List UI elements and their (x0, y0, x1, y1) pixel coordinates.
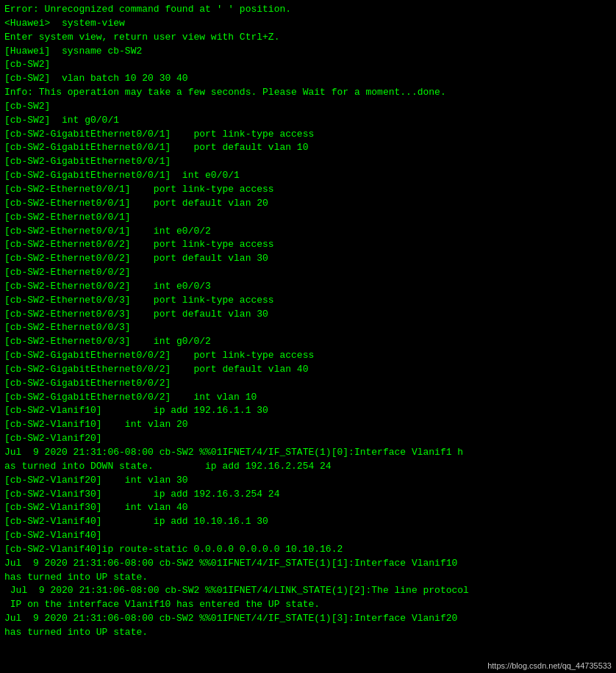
terminal-line: Jul 9 2020 21:31:06-08:00 cb-SW2 %%01IFN… (4, 584, 612, 598)
terminal-line: Enter system view, return user view with… (4, 31, 612, 45)
terminal-line: [cb-SW2] int g0/0/1 (4, 114, 612, 128)
terminal-line: [cb-SW2-GigabitEthernet0/0/2] int vlan 1… (4, 391, 612, 405)
terminal-line: has turned into UP state. (4, 626, 612, 640)
watermark: https://blog.csdn.net/qq_44735533 (487, 661, 612, 670)
terminal-line: [cb-SW2-Vlanif20] (4, 432, 612, 446)
terminal-line: [cb-SW2-Ethernet0/0/1] int e0/0/2 (4, 225, 612, 239)
terminal-line: [cb-SW2-Ethernet0/0/2] port default vlan… (4, 252, 612, 266)
terminal-line: [cb-SW2-Ethernet0/0/2] (4, 266, 612, 280)
terminal-line: [cb-SW2-GigabitEthernet0/0/1] port defau… (4, 141, 612, 155)
terminal-line: [cb-SW2-Vlanif20] int vlan 30 (4, 474, 612, 488)
terminal-line: [cb-SW2-Ethernet0/0/3] (4, 321, 612, 335)
terminal-line: [cb-SW2-Ethernet0/0/1] port link-type ac… (4, 183, 612, 197)
terminal-line: [cb-SW2] vlan batch 10 20 30 40 (4, 72, 612, 86)
terminal-line: [cb-SW2-Ethernet0/0/3] port link-type ac… (4, 294, 612, 308)
terminal-line: [Huawei] sysname cb-SW2 (4, 45, 612, 59)
terminal-line: [cb-SW2-Vlanif40] (4, 529, 612, 543)
terminal-line: [cb-SW2-GigabitEthernet0/0/1] port link-… (4, 128, 612, 142)
terminal-line: Info: This operation may take a few seco… (4, 86, 612, 100)
terminal-line: [cb-SW2] (4, 100, 612, 114)
terminal-line: Jul 9 2020 21:31:06-08:00 cb-SW2 %%01IFN… (4, 446, 612, 460)
terminal-line: [cb-SW2-GigabitEthernet0/0/2] port link-… (4, 349, 612, 363)
terminal-window[interactable]: Error: Unrecognized command found at ' '… (0, 0, 616, 673)
terminal-line: [cb-SW2-Vlanif40] ip add 10.10.16.1 30 (4, 515, 612, 529)
terminal-line: [cb-SW2] (4, 58, 612, 72)
terminal-line: [cb-SW2-Ethernet0/0/1] port default vlan… (4, 197, 612, 211)
terminal-line: [cb-SW2-Vlanif30] ip add 192.16.3.254 24 (4, 488, 612, 502)
terminal-line: [cb-SW2-Ethernet0/0/2] int e0/0/3 (4, 280, 612, 294)
terminal-line: [cb-SW2-Ethernet0/0/3] int g0/0/2 (4, 335, 612, 349)
terminal-line: Error: Unrecognized command found at ' '… (4, 3, 612, 17)
terminal-line: [cb-SW2-Vlanif10] int vlan 20 (4, 418, 612, 432)
terminal-line: [cb-SW2-Vlanif40]ip route-static 0.0.0.0… (4, 543, 612, 557)
terminal-line: IP on the interface Vlanif10 has entered… (4, 598, 612, 612)
terminal-line: <Huawei> system-view (4, 17, 612, 31)
terminal-line: [cb-SW2-Ethernet0/0/3] port default vlan… (4, 308, 612, 322)
terminal-line: has turned into UP state. (4, 571, 612, 585)
terminal-line: [cb-SW2-GigabitEthernet0/0/1] int e0/0/1 (4, 169, 612, 183)
terminal-line: Jul 9 2020 21:31:06-08:00 cb-SW2 %%01IFN… (4, 612, 612, 626)
terminal-line: [cb-SW2-GigabitEthernet0/0/2] (4, 377, 612, 391)
terminal-line: [cb-SW2-Vlanif30] int vlan 40 (4, 501, 612, 515)
terminal-line: [cb-SW2-GigabitEthernet0/0/2] port defau… (4, 363, 612, 377)
terminal-line: [cb-SW2-Ethernet0/0/2] port link-type ac… (4, 238, 612, 252)
terminal-line: [cb-SW2-GigabitEthernet0/0/1] (4, 155, 612, 169)
terminal-line: [cb-SW2-Ethernet0/0/1] (4, 211, 612, 225)
terminal-line: Jul 9 2020 21:31:06-08:00 cb-SW2 %%01IFN… (4, 557, 612, 571)
terminal-line: as turned into DOWN state. ip add 192.16… (4, 460, 612, 474)
terminal-line: [cb-SW2-Vlanif10] ip add 192.16.1.1 30 (4, 404, 612, 418)
